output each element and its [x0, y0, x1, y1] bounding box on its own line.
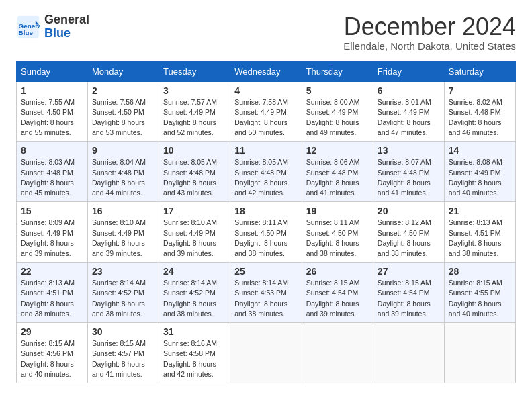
calendar-cell: 22Sunrise: 8:13 AM Sunset: 4:51 PM Dayli…	[17, 263, 88, 323]
day-info: Sunrise: 8:14 AM Sunset: 4:52 PM Dayligh…	[92, 278, 154, 319]
calendar-week-4: 22Sunrise: 8:13 AM Sunset: 4:51 PM Dayli…	[17, 263, 516, 323]
calendar-week-1: 1Sunrise: 7:55 AM Sunset: 4:50 PM Daylig…	[17, 81, 516, 142]
logo-text: General	[44, 13, 89, 27]
day-info: Sunrise: 8:11 AM Sunset: 4:50 PM Dayligh…	[234, 218, 297, 259]
calendar-cell	[302, 323, 373, 383]
day-info: Sunrise: 8:05 AM Sunset: 4:48 PM Dayligh…	[163, 157, 226, 198]
logo-text-blue: Blue	[44, 27, 89, 40]
calendar-cell: 7Sunrise: 8:02 AM Sunset: 4:48 PM Daylig…	[444, 81, 515, 142]
column-header-sunday: Sunday	[17, 61, 88, 81]
day-info: Sunrise: 8:10 AM Sunset: 4:49 PM Dayligh…	[92, 218, 154, 259]
svg-text:Blue: Blue	[19, 28, 34, 36]
day-number: 6	[378, 85, 440, 96]
day-info: Sunrise: 8:13 AM Sunset: 4:51 PM Dayligh…	[21, 278, 83, 319]
day-number: 19	[306, 205, 369, 216]
day-number: 1	[21, 85, 83, 96]
calendar-cell: 18Sunrise: 8:11 AM Sunset: 4:50 PM Dayli…	[230, 202, 302, 263]
calendar-cell: 9Sunrise: 8:04 AM Sunset: 4:48 PM Daylig…	[88, 142, 159, 202]
calendar-cell: 19Sunrise: 8:11 AM Sunset: 4:50 PM Dayli…	[302, 202, 373, 263]
day-info: Sunrise: 8:15 AM Sunset: 4:55 PM Dayligh…	[449, 278, 511, 319]
day-info: Sunrise: 8:11 AM Sunset: 4:50 PM Dayligh…	[306, 218, 369, 259]
day-info: Sunrise: 8:16 AM Sunset: 4:58 PM Dayligh…	[163, 338, 226, 379]
column-header-tuesday: Tuesday	[159, 61, 230, 81]
calendar-cell: 8Sunrise: 8:03 AM Sunset: 4:48 PM Daylig…	[17, 142, 88, 202]
calendar-cell: 2Sunrise: 7:56 AM Sunset: 4:50 PM Daylig…	[88, 81, 159, 142]
day-number: 21	[449, 205, 511, 216]
day-number: 2	[92, 85, 154, 96]
calendar-cell: 20Sunrise: 8:12 AM Sunset: 4:50 PM Dayli…	[373, 202, 444, 263]
day-info: Sunrise: 7:56 AM Sunset: 4:50 PM Dayligh…	[92, 97, 154, 138]
calendar-cell: 25Sunrise: 8:14 AM Sunset: 4:53 PM Dayli…	[230, 263, 302, 323]
day-number: 16	[92, 205, 154, 216]
column-header-monday: Monday	[88, 61, 159, 81]
column-header-saturday: Saturday	[444, 61, 515, 81]
calendar-table: SundayMondayTuesdayWednesdayThursdayFrid…	[16, 61, 516, 383]
day-info: Sunrise: 8:00 AM Sunset: 4:49 PM Dayligh…	[306, 97, 369, 138]
day-number: 25	[234, 266, 297, 277]
calendar-cell: 24Sunrise: 8:14 AM Sunset: 4:52 PM Dayli…	[159, 263, 230, 323]
calendar-cell: 26Sunrise: 8:15 AM Sunset: 4:54 PM Dayli…	[302, 263, 373, 323]
calendar-week-3: 15Sunrise: 8:09 AM Sunset: 4:49 PM Dayli…	[17, 202, 516, 263]
day-number: 17	[163, 205, 226, 216]
calendar-cell	[230, 323, 302, 383]
day-number: 5	[306, 85, 369, 96]
day-info: Sunrise: 7:55 AM Sunset: 4:50 PM Dayligh…	[21, 97, 83, 138]
day-number: 23	[92, 266, 154, 277]
calendar-cell	[373, 323, 444, 383]
day-number: 29	[21, 326, 83, 337]
column-header-wednesday: Wednesday	[230, 61, 302, 81]
logo-icon: General Blue	[16, 15, 40, 39]
calendar-cell: 30Sunrise: 8:15 AM Sunset: 4:57 PM Dayli…	[88, 323, 159, 383]
calendar-body: 1Sunrise: 7:55 AM Sunset: 4:50 PM Daylig…	[17, 81, 516, 383]
calendar-cell: 17Sunrise: 8:10 AM Sunset: 4:49 PM Dayli…	[159, 202, 230, 263]
day-number: 22	[21, 266, 83, 277]
calendar-header: SundayMondayTuesdayWednesdayThursdayFrid…	[17, 61, 516, 81]
day-info: Sunrise: 8:15 AM Sunset: 4:56 PM Dayligh…	[21, 338, 83, 379]
title-area: December 2024 Ellendale, North Dakota, U…	[343, 13, 516, 52]
day-info: Sunrise: 8:07 AM Sunset: 4:48 PM Dayligh…	[378, 157, 440, 198]
calendar-cell: 3Sunrise: 7:57 AM Sunset: 4:49 PM Daylig…	[159, 81, 230, 142]
day-info: Sunrise: 8:12 AM Sunset: 4:50 PM Dayligh…	[378, 218, 440, 259]
calendar-cell	[444, 323, 515, 383]
calendar-cell: 5Sunrise: 8:00 AM Sunset: 4:49 PM Daylig…	[302, 81, 373, 142]
location-title: Ellendale, North Dakota, United States	[343, 40, 516, 52]
day-info: Sunrise: 8:10 AM Sunset: 4:49 PM Dayligh…	[163, 218, 226, 259]
day-number: 27	[378, 266, 440, 277]
calendar-cell: 14Sunrise: 8:08 AM Sunset: 4:49 PM Dayli…	[444, 142, 515, 202]
day-info: Sunrise: 8:09 AM Sunset: 4:49 PM Dayligh…	[21, 218, 83, 259]
day-number: 20	[378, 205, 440, 216]
day-number: 3	[163, 85, 226, 96]
calendar-cell: 27Sunrise: 8:15 AM Sunset: 4:54 PM Dayli…	[373, 263, 444, 323]
calendar-cell: 11Sunrise: 8:05 AM Sunset: 4:48 PM Dayli…	[230, 142, 302, 202]
calendar-cell: 6Sunrise: 8:01 AM Sunset: 4:49 PM Daylig…	[373, 81, 444, 142]
day-number: 26	[306, 266, 369, 277]
day-number: 31	[163, 326, 226, 337]
day-info: Sunrise: 8:15 AM Sunset: 4:54 PM Dayligh…	[306, 278, 369, 319]
day-info: Sunrise: 8:04 AM Sunset: 4:48 PM Dayligh…	[92, 157, 154, 198]
day-number: 8	[21, 145, 83, 156]
day-info: Sunrise: 8:14 AM Sunset: 4:52 PM Dayligh…	[163, 278, 226, 319]
calendar-cell: 12Sunrise: 8:06 AM Sunset: 4:48 PM Dayli…	[302, 142, 373, 202]
month-title: December 2024	[343, 13, 516, 40]
calendar-cell: 16Sunrise: 8:10 AM Sunset: 4:49 PM Dayli…	[88, 202, 159, 263]
day-info: Sunrise: 8:15 AM Sunset: 4:57 PM Dayligh…	[92, 338, 154, 379]
day-info: Sunrise: 8:14 AM Sunset: 4:53 PM Dayligh…	[234, 278, 297, 319]
calendar-cell: 28Sunrise: 8:15 AM Sunset: 4:55 PM Dayli…	[444, 263, 515, 323]
day-number: 13	[378, 145, 440, 156]
day-number: 4	[234, 85, 297, 96]
day-number: 15	[21, 205, 83, 216]
calendar-week-2: 8Sunrise: 8:03 AM Sunset: 4:48 PM Daylig…	[17, 142, 516, 202]
day-number: 9	[92, 145, 154, 156]
day-info: Sunrise: 8:05 AM Sunset: 4:48 PM Dayligh…	[234, 157, 297, 198]
calendar-cell: 31Sunrise: 8:16 AM Sunset: 4:58 PM Dayli…	[159, 323, 230, 383]
day-number: 30	[92, 326, 154, 337]
day-number: 7	[449, 85, 511, 96]
day-info: Sunrise: 8:15 AM Sunset: 4:54 PM Dayligh…	[378, 278, 440, 319]
day-info: Sunrise: 8:03 AM Sunset: 4:48 PM Dayligh…	[21, 157, 83, 198]
day-info: Sunrise: 8:02 AM Sunset: 4:48 PM Dayligh…	[449, 97, 511, 138]
day-info: Sunrise: 8:06 AM Sunset: 4:48 PM Dayligh…	[306, 157, 369, 198]
day-info: Sunrise: 8:13 AM Sunset: 4:51 PM Dayligh…	[449, 218, 511, 259]
day-info: Sunrise: 8:08 AM Sunset: 4:49 PM Dayligh…	[449, 157, 511, 198]
column-header-thursday: Thursday	[302, 61, 373, 81]
calendar-cell: 15Sunrise: 8:09 AM Sunset: 4:49 PM Dayli…	[17, 202, 88, 263]
